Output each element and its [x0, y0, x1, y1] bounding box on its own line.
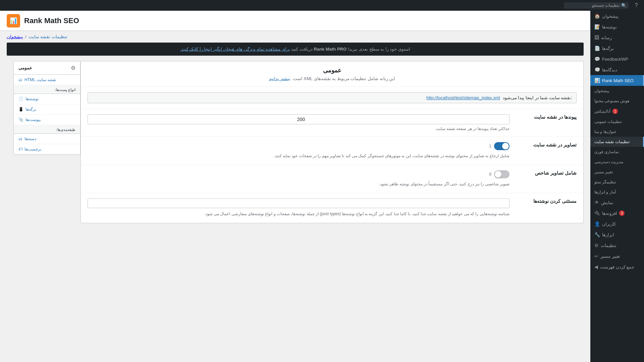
menu-item-dashboard[interactable]: پیشخوان 🏠 [590, 11, 644, 21]
featured-description: تصویر شاخصی را نیز درج کنید، حتی اگر مست… [88, 181, 509, 187]
sec-sidebar-post-types-section: انواع پست‌ها: [14, 85, 80, 94]
tags-icon: 🏷 [18, 147, 22, 152]
menu-label: پیشخوان [594, 88, 609, 93]
sec-sidebar-html-sitemap[interactable]: نقشه سایت HTML 🗂 [14, 75, 80, 85]
menu-item-tools[interactable]: ابزارها 🔧 [590, 229, 644, 235]
menu-item-users[interactable]: کاربران 👤 [590, 219, 644, 229]
menu-label: مدیریت دسترسی [594, 160, 623, 164]
subtitle-link[interactable]: بیشتر بدانید [269, 76, 291, 81]
menu-item-sub-dashboard[interactable]: پیشخوان [590, 86, 644, 96]
sec-sidebar-tags[interactable]: برچسب‌ها 🏷 [14, 144, 80, 155]
breadcrumb-current: تنظیمات نقشه سایت [29, 34, 67, 39]
categories-icon: 🗂 [18, 136, 22, 141]
images-toggle-wrap: 1 [88, 142, 509, 150]
menu-item-sub-general[interactable]: تنظیمات عمومی [590, 117, 644, 127]
menu-label: تغییر مسیر [594, 170, 613, 174]
menu-item-sub-stats[interactable]: آمار و ابزارها [590, 187, 644, 197]
menu-item-plugins[interactable]: 3 افزونه‌ها 🔌 [590, 208, 644, 219]
question-icon: ? [635, 2, 638, 8]
search-wrap: 🔍 [564, 2, 629, 9]
menu-label: ابزارها [602, 232, 614, 235]
menu-item-media[interactable]: رسانه 🖼 [590, 32, 644, 43]
exclude-control: شناسه نوشته‌هایی را که می خواهید از نقشه… [88, 198, 509, 217]
help-button[interactable]: ? [632, 1, 641, 10]
sec-sidebar-posts[interactable]: نوشته‌ها 📄 [14, 94, 80, 104]
featured-toggle-value: 0 [489, 172, 491, 177]
images-description: شامل ارجاع به تصاویر از محتوای نوشته در … [88, 153, 509, 159]
menu-item-sub-ai[interactable]: هوش مصنوعی محتوا [590, 96, 644, 106]
media-icon: 🖼 [594, 35, 599, 40]
menu-item-rankmath[interactable]: Rank Math SEO 📊 [590, 75, 644, 86]
menu-item-sub-sitemap[interactable]: تنظیمات نقشه سایت [590, 137, 644, 147]
featured-toggle[interactable] [494, 170, 509, 178]
menu-item-comments[interactable]: دیدگاه‌ها 💭 [590, 64, 644, 75]
secondary-sidebar: ⚙ عمومی نقشه سایت HTML 🗂 انواع پست‌ها: ن… [13, 61, 80, 155]
posts-icon: 📝 [594, 24, 600, 29]
main-content: تنظیمات نقشه سایت / پیشخوان استوی خود را… [0, 31, 590, 235]
sec-sidebar-pages[interactable]: برگه‌ها 📱 [14, 104, 80, 115]
sidebar-gear-button[interactable]: ⚙ [71, 65, 75, 71]
sec-sidebar-categories[interactable]: دسته‌ها 🗂 [14, 134, 80, 144]
rank-math-layout: عمومی این زبانه شامل تنظیمات مربوط به نق… [7, 61, 584, 229]
menu-item-sub-redirect[interactable]: تغییر مسیر [590, 167, 644, 177]
images-label: تصاویر در نقشه سایت [516, 142, 577, 147]
menu-item-appearance[interactable]: نمایش 👁 [590, 197, 644, 208]
menu-item-sub-titles[interactable]: عنوان‌ها و متا [590, 127, 644, 137]
search-input[interactable] [566, 3, 620, 8]
promo-link[interactable]: برای مشاهده تمام ویژگی های هیجان انگیز ا… [180, 47, 290, 52]
menu-label: تنظیمات نقشه سایت [594, 139, 630, 144]
menu-item-sub-instant[interactable]: نماسازی فوری [590, 147, 644, 157]
menu-item-posts[interactable]: نوشته‌ها 📝 [590, 21, 644, 32]
rank-math-logo-icon: 📊 [10, 17, 17, 24]
links-control: حداکثر تعداد پیوندها در هر صفحه نقشه سای… [88, 114, 509, 131]
breadcrumb-home[interactable]: پیشخوان [7, 34, 23, 39]
menu-label: نماسازی فوری [594, 149, 619, 154]
menu-label: نمایش [601, 200, 613, 205]
exclude-input[interactable] [88, 198, 509, 208]
exclude-description: شناسه نوشته‌هایی را که می خواهید از نقشه… [88, 211, 509, 217]
appearance-icon: 👁 [594, 200, 599, 205]
top-header: Rank Math SEO 📊 [0, 11, 590, 31]
sec-sidebar-header: ⚙ عمومی [14, 61, 80, 75]
featured-label-group: شامل تصاویر شاخص [516, 170, 577, 177]
menu-label: افزونه‌ها [602, 211, 617, 216]
links-description: حداکثر تعداد پیوندها در هر صفحه نقشه سای… [88, 126, 509, 131]
html-sitemap-icon: 🗂 [18, 77, 22, 82]
menu-label: رسانه [601, 35, 612, 40]
menu-item-feedbackwp[interactable]: FeedbackWP 💬 [590, 54, 644, 64]
general-card: عمومی این زبانه شامل تنظیمات مربوط به نق… [80, 61, 584, 223]
menu-item-pages[interactable]: برگه‌ها 📄 [590, 43, 644, 54]
images-control: 1 شامل ارجاع به تصاویر از محتوای نوشته د… [88, 142, 509, 159]
dashboard-icon: 🏠 [594, 13, 600, 19]
menu-item-sub-analytics[interactable]: 1 آنالیتیکس [590, 106, 644, 117]
menu-label: آمار و ابزارها [594, 190, 616, 194]
images-toggle[interactable] [494, 142, 509, 150]
links-label: پیوندها در نقشه سایت [516, 114, 577, 120]
card-header: عمومی این زبانه شامل تنظیمات مربوط به نق… [81, 61, 583, 87]
search-icon: 🔍 [621, 3, 627, 8]
menu-label: برگه‌ها [602, 46, 614, 51]
links-input[interactable] [88, 114, 509, 124]
menu-item-sub-access[interactable]: مدیریت دسترسی [590, 157, 644, 167]
card-title: عمومی [88, 67, 577, 74]
plugins-icon: 🔌 [594, 210, 600, 216]
images-toggle-track [494, 142, 509, 150]
pages-icon: 📄 [594, 46, 600, 51]
main-panel: عمومی این زبانه شامل تنظیمات مربوط به نق… [80, 61, 584, 229]
featured-toggle-thumb [495, 171, 501, 178]
menu-label: تنظیمات عمومی [594, 119, 622, 124]
posts-icon: 📄 [18, 97, 23, 101]
sitemap-url-link[interactable]: http://localhost/test/sitemap_index.xml [426, 95, 500, 100]
exclude-posts-row: مستثنی کردن نوشته‌ها شناسه نوشته‌هایی را… [81, 193, 583, 223]
exclude-label: مستثنی کردن نوشته‌ها [516, 198, 577, 204]
sec-sidebar-attachments[interactable]: پیوست‌ها 📎 [14, 115, 80, 125]
rank-math-title: Rank Math SEO [24, 16, 79, 25]
plugins-badge: 3 [619, 210, 625, 216]
attachments-icon: 📎 [18, 117, 23, 122]
categories-label: دسته‌ها [24, 136, 36, 141]
users-icon: 👤 [594, 221, 600, 227]
menu-item-sub-tuner[interactable]: تنظیمگر سئو [590, 177, 644, 187]
sec-sidebar-taxonomies-section: طبقه‌بندی‌ها: [14, 125, 80, 134]
analytics-badge: 1 [612, 109, 618, 114]
pages-label: برگه‌ها [25, 107, 36, 112]
